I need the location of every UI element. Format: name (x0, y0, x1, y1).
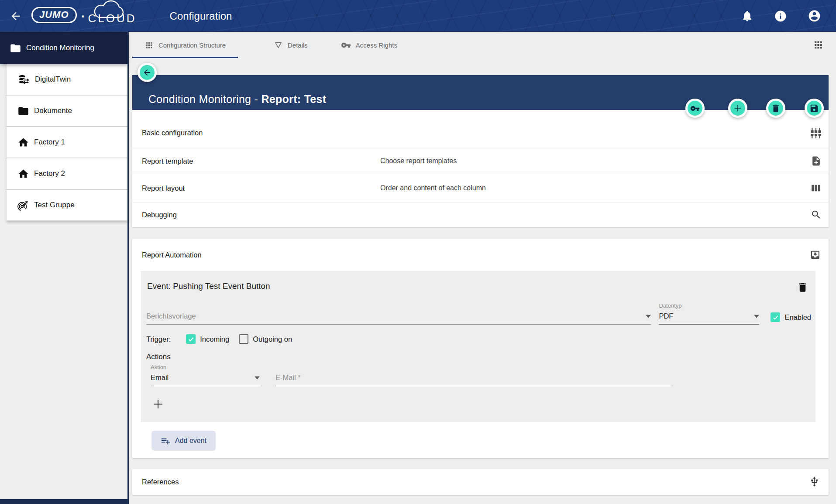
funnel-icon (274, 41, 283, 50)
enabled-checkbox[interactable] (771, 312, 780, 322)
row-description: Order and content of each column (380, 184, 486, 192)
email-field-wrap (275, 374, 674, 386)
section-title: Report Automation (142, 251, 202, 259)
account-icon[interactable] (808, 9, 821, 23)
access-key-button[interactable] (685, 99, 705, 118)
tabbar: Configuration Structure Details Access R… (129, 32, 836, 58)
tab-details[interactable]: Details (268, 32, 313, 58)
folder-icon (17, 105, 29, 117)
report-template-select[interactable]: Berichtsvorlage (146, 312, 651, 325)
page-title-prefix: Condition Monitoring - (148, 93, 261, 105)
report-automation-card: Report Automation Event: Pushing Test Ev… (132, 239, 829, 458)
info-icon[interactable] (774, 10, 787, 23)
jumo-logo: JUMO (31, 7, 77, 23)
usb-icon[interactable] (809, 477, 820, 487)
tab-label: Configuration Structure (158, 41, 226, 49)
button-label: Add event (175, 437, 206, 445)
sidebar-item-label: Factory 2 (34, 169, 65, 178)
row-debugging[interactable]: Debugging (132, 202, 829, 227)
sidebar-item-label: Condition Monitoring (26, 44, 94, 52)
row-label: Debugging (142, 211, 177, 219)
row-label: Report template (142, 157, 193, 165)
event-delete-icon[interactable] (797, 281, 808, 293)
sidebar-item-digitaltwin[interactable]: DigitalTwin (7, 64, 127, 96)
app-title: Configuration (170, 10, 232, 22)
add-button[interactable] (728, 99, 747, 118)
email-field[interactable] (275, 374, 674, 386)
columns-icon[interactable] (811, 183, 822, 194)
back-button[interactable] (138, 63, 157, 82)
add-event-button[interactable]: Add event (151, 431, 216, 451)
sidebar-item-condition-monitoring[interactable]: Condition Monitoring (0, 32, 127, 64)
topbar-actions (741, 0, 821, 32)
tab-configuration-structure[interactable]: Configuration Structure (132, 32, 238, 58)
search-icon[interactable] (811, 209, 822, 220)
event-config-row: Berichtsvorlage Datentyp PDF (146, 302, 812, 325)
references-card[interactable]: References (132, 469, 829, 495)
sidebar-item-label: DigitalTwin (35, 75, 71, 84)
trigger-label: Trigger: (146, 335, 171, 343)
sidebar-item-dokumente[interactable]: Dokumente (7, 96, 127, 127)
select-value: PDF (659, 312, 673, 320)
apps-grid-icon[interactable] (813, 40, 824, 51)
target-icon (17, 199, 29, 211)
page-title: Condition Monitoring - Report: Test (148, 93, 326, 106)
playlist-add-icon (161, 436, 171, 446)
page-header-band: Condition Monitoring - Report: Test (132, 75, 829, 110)
tab-access-rights[interactable]: Access Rights (336, 32, 403, 58)
action-select[interactable]: Aktion Email (151, 364, 260, 386)
chevron-down-icon (646, 315, 651, 318)
sliders-icon[interactable] (810, 127, 822, 139)
sidebar-item-factory-2[interactable]: Factory 2 (7, 158, 127, 190)
sidebar-bottom-bar (0, 499, 127, 504)
save-button[interactable] (805, 99, 824, 118)
row-label: Basic configuration (142, 129, 203, 137)
trigger-row: Trigger: Incoming Outgoing on (146, 334, 812, 344)
datatype-select[interactable]: Datentyp PDF (659, 302, 759, 325)
inbox-download-icon[interactable] (810, 250, 821, 261)
select-placeholder: Berichtsvorlage (146, 312, 196, 320)
row-label: Report layout (142, 184, 185, 192)
topbar: JUMO · CLOUD Configuration (0, 0, 836, 32)
sidebar-item-factory-1[interactable]: Factory 1 (7, 127, 127, 158)
checkbox-label: Enabled (784, 313, 811, 322)
add-action-plus-icon[interactable] (151, 398, 165, 411)
sidebar-children: DigitalTwin Dokumente Factory 1 Factory … (7, 64, 127, 221)
checkbox-label: Outgoing on (253, 335, 292, 343)
select-label: Aktion (151, 364, 260, 370)
chevron-down-icon (255, 376, 260, 380)
action-row: Aktion Email (151, 364, 812, 386)
cloud-logo: CLOUD (88, 7, 137, 26)
outgoing-checkbox[interactable] (239, 334, 248, 344)
page-title-bold: Report: Test (261, 93, 326, 105)
note-add-icon[interactable] (811, 156, 822, 167)
main-area: Configuration Structure Details Access R… (129, 32, 836, 504)
incoming-checkbox[interactable] (186, 334, 196, 344)
cloud-wordmark: CLOUD (88, 13, 137, 24)
home-icon (17, 168, 29, 180)
brand-separator: · (81, 10, 86, 23)
content: Condition Monitoring - Report: Test Basi… (132, 58, 829, 504)
row-report-layout[interactable]: Report layout Order and content of each … (132, 174, 829, 202)
checkbox-label: Incoming (200, 335, 229, 343)
event-card: Event: Pushing Test Event Button Bericht… (141, 271, 815, 422)
digital-twin-icon (17, 74, 30, 85)
sidebar-item-label: Factory 1 (34, 138, 65, 147)
section-title: References (142, 478, 179, 486)
select-label: Datentyp (659, 302, 759, 309)
notifications-bell-icon[interactable] (741, 10, 753, 22)
delete-button[interactable] (766, 99, 785, 118)
sidebar-item-label: Dokumente (34, 106, 72, 115)
row-basic-configuration[interactable]: Basic configuration (132, 110, 829, 148)
chevron-down-icon (754, 315, 759, 318)
sidebar-item-label: Test Gruppe (34, 201, 75, 209)
sidebar-item-test-gruppe[interactable]: Test Gruppe (7, 190, 127, 221)
sidebar: Condition Monitoring (0, 32, 129, 504)
event-title: Event: Pushing Test Event Button (147, 281, 812, 291)
folder-icon (10, 42, 21, 54)
report-automation-header[interactable]: Report Automation (132, 239, 829, 271)
select-value: Email (151, 374, 169, 382)
tab-label: Details (288, 41, 308, 49)
row-report-template[interactable]: Report template Choose report templates (132, 148, 829, 174)
back-arrow-icon[interactable] (10, 10, 22, 22)
